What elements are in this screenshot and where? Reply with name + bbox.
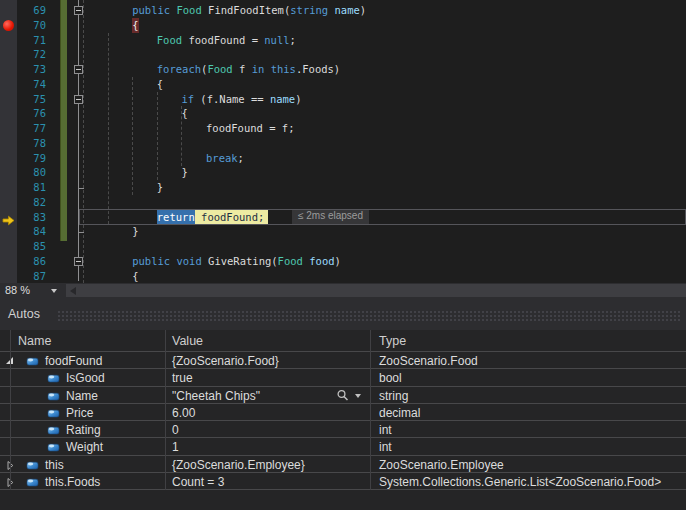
code-text: } <box>181 165 187 180</box>
breakpoint-icon[interactable] <box>3 20 14 31</box>
code-token: in <box>252 62 265 77</box>
autos-row[interactable]: Name"Cheetah Chips"string <box>0 387 686 404</box>
code-text: { <box>132 269 138 283</box>
code-token: ; <box>290 33 296 48</box>
variable-name: Rating <box>66 422 101 438</box>
code-token: { <box>157 77 163 92</box>
code-token: f <box>233 62 252 77</box>
autos-title: Autos <box>8 307 40 321</box>
code-text: Food foodFound = null; <box>157 33 296 48</box>
text-visualizer-control[interactable] <box>336 389 364 402</box>
line-number: 77 <box>18 121 46 136</box>
code-line[interactable]: 82 <box>0 195 686 210</box>
code-token: Food <box>278 254 303 269</box>
line-number: 87 <box>18 269 46 283</box>
editor-bottom-bar: 88 % <box>0 283 686 299</box>
code-line[interactable]: 84} <box>0 224 686 239</box>
variable-value[interactable]: {ZooScenario.Employee} <box>172 457 305 473</box>
collapse-box-icon[interactable] <box>74 65 83 74</box>
variable-value[interactable]: 6.00 <box>172 405 195 421</box>
vs-debug-window: 69public Food FindFoodItem(string name)7… <box>0 0 686 510</box>
autos-row[interactable]: this.FoodsCount = 3System.Collections.Ge… <box>0 473 686 490</box>
code-token: } <box>157 180 163 195</box>
code-line[interactable]: 78 <box>0 136 686 151</box>
grid-column-divider[interactable] <box>165 330 166 490</box>
code-token: public <box>132 254 170 269</box>
code-line[interactable]: 73foreach(Food f in this.Foods) <box>0 62 686 77</box>
code-token: ) <box>335 254 341 269</box>
code-token: name <box>335 3 360 18</box>
autos-row[interactable]: Price6.00decimal <box>0 404 686 421</box>
autos-row[interactable]: this{ZooScenario.Employee}ZooScenario.Em… <box>0 456 686 473</box>
autos-row[interactable]: foodFound{ZooScenario.Food}ZooScenario.F… <box>0 352 686 369</box>
column-header-type[interactable]: Type <box>379 334 406 348</box>
autos-panel: Autos Name Value Type foodFound{ZooScena… <box>0 299 686 510</box>
variable-type: ZooScenario.Employee <box>379 457 504 473</box>
grid-column-divider[interactable] <box>370 330 371 490</box>
variable-name: foodFound <box>45 353 102 369</box>
code-token: string <box>290 3 328 18</box>
collapse-box-icon[interactable] <box>74 95 83 104</box>
code-line[interactable]: 81} <box>0 180 686 195</box>
horizontal-scrollbar[interactable] <box>66 284 686 297</box>
line-number: 84 <box>18 224 46 239</box>
variable-value[interactable]: 0 <box>172 422 179 438</box>
code-line[interactable]: 69public Food FindFoodItem(string name) <box>0 3 686 18</box>
collapse-box-icon[interactable] <box>74 6 83 15</box>
code-text: foreach(Food f in this.Foods) <box>157 62 340 77</box>
code-line[interactable]: 72 <box>0 47 686 62</box>
code-line[interactable]: 79break; <box>0 151 686 166</box>
variable-type: int <box>379 422 392 438</box>
variable-name: this <box>45 457 64 473</box>
perf-tip[interactable]: ≤ 2ms elapsed <box>292 210 369 225</box>
code-line[interactable]: 74{ <box>0 77 686 92</box>
line-number: 76 <box>18 106 46 121</box>
code-line[interactable]: 75if (f.Name == name) <box>0 92 686 107</box>
variable-type: ZooScenario.Food <box>379 353 478 369</box>
scrollbar-left-arrow-icon[interactable] <box>70 287 76 295</box>
line-number: 80 <box>18 165 46 180</box>
line-number: 86 <box>18 254 46 269</box>
autos-row[interactable]: Rating0int <box>0 421 686 438</box>
code-line[interactable]: 87{ <box>0 269 686 283</box>
code-editor[interactable]: 69public Food FindFoodItem(string name)7… <box>0 0 686 283</box>
autos-title-bar[interactable]: Autos <box>0 299 686 330</box>
line-number: 85 <box>18 239 46 254</box>
code-line[interactable]: 71Food foodFound = null; <box>0 33 686 48</box>
column-header-value[interactable]: Value <box>172 334 203 348</box>
line-number: 83 <box>18 210 46 225</box>
code-token: Food <box>176 3 201 18</box>
grid-gutter-line <box>10 330 11 490</box>
variable-type: string <box>379 388 408 404</box>
code-line[interactable]: 77foodFound = f; <box>0 121 686 136</box>
variable-value[interactable]: 1 <box>172 439 179 455</box>
line-number: 74 <box>18 77 46 92</box>
code-token: foodFound = f; <box>206 121 295 136</box>
variable-value[interactable]: Count = 3 <box>172 474 224 490</box>
autos-row[interactable]: Weight1int <box>0 438 686 455</box>
column-header-name[interactable]: Name <box>18 334 51 348</box>
code-token: name <box>270 92 295 107</box>
variable-value[interactable]: "Cheetah Chips" <box>172 388 260 404</box>
variable-name: this.Foods <box>45 474 100 490</box>
collapse-box-icon[interactable] <box>74 257 83 266</box>
variable-value[interactable]: true <box>172 370 193 386</box>
code-line[interactable]: ≤ 2ms elapsed83return foodFound; <box>0 210 686 225</box>
code-line[interactable]: 80} <box>0 165 686 180</box>
code-line[interactable]: 70{ <box>0 18 686 33</box>
title-grip-texture <box>57 310 680 321</box>
code-token: ) <box>295 92 301 107</box>
code-line[interactable]: 85 <box>0 239 686 254</box>
code-text: { <box>157 77 163 92</box>
autos-row[interactable]: IsGoodtruebool <box>0 369 686 386</box>
line-number: 73 <box>18 62 46 77</box>
zoom-dropdown[interactable]: 88 % <box>0 283 62 299</box>
code-token: return <box>157 210 195 225</box>
code-line[interactable]: 76{ <box>0 106 686 121</box>
variable-value[interactable]: {ZooScenario.Food} <box>172 353 279 369</box>
code-line[interactable]: 86public void GiveRating(Food food) <box>0 254 686 269</box>
zoom-level-label: 88 % <box>5 284 30 296</box>
code-token: foodFound; <box>201 210 268 225</box>
line-number: 70 <box>18 18 46 33</box>
chevron-down-icon[interactable] <box>355 394 361 398</box>
